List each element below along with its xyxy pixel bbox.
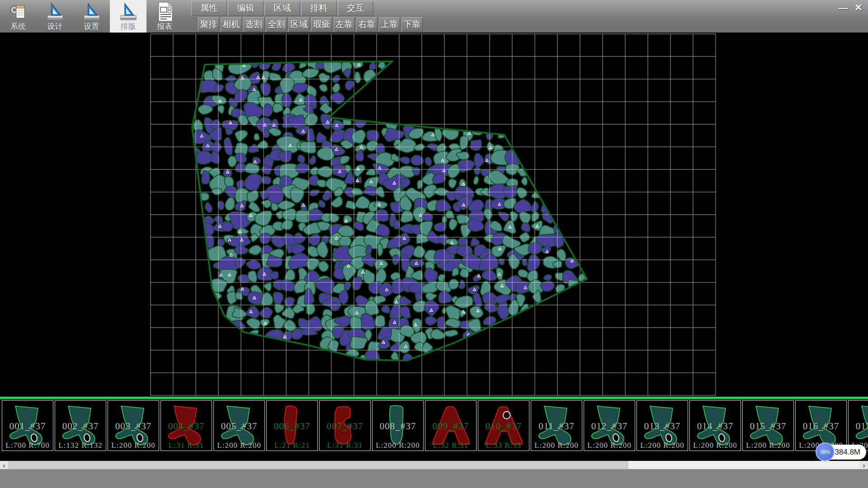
mode-tabs: 系统 设计 设置 排版 报表 xyxy=(0,0,183,33)
piece-thumbnail-013_#37[interactable]: 013_#37 L:200 R:200 xyxy=(637,400,688,451)
piece-id-label: 012_#37 xyxy=(584,421,635,432)
menu-column: 属性编辑区域排料交互 聚排相机选割全割区域瑕疵左靠右靠上靠下靠 xyxy=(191,0,424,33)
piece-id-label: 007_#37 xyxy=(320,421,370,432)
menu-button-交互[interactable]: 交互 xyxy=(338,1,373,16)
piece-thumbnail-010_#37[interactable]: 010_#37 L:33 R:33 xyxy=(478,400,529,451)
piece-thumbnail-001_#37[interactable]: 001_#37 L:700 R:700 xyxy=(2,400,53,451)
piece-thumbnail-007_#37[interactable]: 007_#37 L:31 R:31 xyxy=(319,400,371,451)
toolbar: 系统 设计 设置 排版 报表 属性编辑区域排料交互 聚排相机选割全割区域瑕疵左靠… xyxy=(0,0,868,33)
tool-button-相机[interactable]: 相机 xyxy=(221,17,242,32)
piece-thumbnail-017_#37[interactable]: 017_#37 L:200 R:200 xyxy=(848,400,868,451)
scroll-right-arrow-icon[interactable]: › xyxy=(860,461,868,469)
mode-tab-报表[interactable]: 报表 xyxy=(146,0,183,33)
piece-thumbnail-014_#37[interactable]: 014_#37 L:200 R:200 xyxy=(689,400,741,451)
tool-button-聚排[interactable]: 聚排 xyxy=(198,17,219,32)
piece-thumbnail-006_#37[interactable]: 006_#37 L:21 R:21 xyxy=(266,400,318,451)
piece-id-label: 011_#37 xyxy=(531,421,582,432)
tool-row: 聚排相机选割全割区域瑕疵左靠右靠上靠下靠 xyxy=(198,16,424,33)
menu-button-区域[interactable]: 区域 xyxy=(264,1,300,16)
notepad xyxy=(16,5,24,18)
piece-id-label: 016_#37 xyxy=(796,421,846,432)
nesting-canvas[interactable] xyxy=(0,33,868,397)
piece-lr-count-label: L:200 R:200 xyxy=(743,441,793,450)
status-bar xyxy=(0,469,868,488)
mode-tab-label: 系统 xyxy=(11,22,26,31)
tool-button-选割[interactable]: 选割 xyxy=(243,17,264,32)
mode-tab-排版[interactable]: 排版 xyxy=(110,0,146,33)
memory-size-label: 384.8M xyxy=(835,445,860,460)
piece-id-label: 009_#37 xyxy=(425,421,476,432)
piece-lr-count-label: L:31 R:31 xyxy=(320,441,370,450)
piece-lr-count-label: L:32 R:31 xyxy=(425,441,476,450)
piece-id-label: 003_#37 xyxy=(108,421,159,432)
nesting-ruler-icon xyxy=(118,1,138,22)
piece-lr-count-label: L:200 R:200 xyxy=(637,441,688,450)
piece-id-label: 002_#37 xyxy=(55,421,106,432)
piece-thumbnail-012_#37[interactable]: 012_#37 L:200 R:200 xyxy=(584,400,635,451)
close-button[interactable]: ✕ xyxy=(852,1,865,14)
mode-tab-label: 设置 xyxy=(84,22,99,31)
menu-button-排料[interactable]: 排料 xyxy=(301,1,337,16)
menu-button-属性[interactable]: 属性 xyxy=(191,1,227,16)
tool-button-上靠[interactable]: 上靠 xyxy=(379,17,400,32)
piece-lr-count-label: L:700 R:700 xyxy=(2,441,53,450)
mode-tab-label: 设计 xyxy=(47,22,63,31)
scroll-left-arrow-icon[interactable]: ‹ xyxy=(0,461,8,469)
piece-lr-count-label: L:200 R:200 xyxy=(690,441,741,450)
report-document-icon xyxy=(155,1,175,22)
piece-id-label: 015_#37 xyxy=(743,421,793,432)
scrollbar-thumb[interactable] xyxy=(8,461,628,469)
piece-thumbnail-009_#37[interactable]: 009_#37 L:32 R:31 xyxy=(425,400,476,451)
design-ruler-icon xyxy=(45,1,65,22)
piece-id-label: 010_#37 xyxy=(478,421,529,432)
tool-button-全割[interactable]: 全割 xyxy=(266,17,287,32)
tool-button-区域[interactable]: 区域 xyxy=(288,17,310,32)
piece-id-label: 008_#37 xyxy=(373,421,423,432)
piece-thumbnail-011_#37[interactable]: 011_#37 L:200 R:200 xyxy=(531,400,582,451)
piece-thumbnail-003_#37[interactable]: 003_#37 L:200 R:200 xyxy=(108,400,159,451)
piece-thumbnail-004_#37[interactable]: 004_#37 L:31 R:31 xyxy=(160,400,212,451)
minimize-button[interactable]: — xyxy=(836,1,850,14)
piece-id-label: 017_#37 xyxy=(849,421,868,432)
menu-row: 属性编辑区域排料交互 xyxy=(191,0,424,16)
mode-tab-设置[interactable]: 设置 xyxy=(73,0,110,33)
tool-button-瑕疵[interactable]: 瑕疵 xyxy=(311,17,332,32)
mode-tab-label: 报表 xyxy=(157,22,173,31)
piece-id-label: 014_#37 xyxy=(690,421,741,432)
piece-lr-count-label: L:31 R:31 xyxy=(161,441,212,450)
piece-lr-count-label: L:200 R:200 xyxy=(531,441,582,450)
piece-lr-count-label: L:200 R:200 xyxy=(373,441,423,450)
system-gear-icon xyxy=(8,1,29,22)
piece-thumbnail-strip: 001_#37 L:700 R:700 002_#37 L:132 R:132 … xyxy=(0,399,868,454)
piece-lr-count-label: L:21 R:21 xyxy=(267,441,317,450)
mode-tab-系统[interactable]: 系统 xyxy=(0,0,37,33)
piece-id-label: 005_#37 xyxy=(214,421,264,432)
piece-id-label: 006_#37 xyxy=(267,421,317,432)
piece-thumbnail-015_#37[interactable]: 015_#37 L:200 R:200 xyxy=(742,400,794,451)
piece-lr-count-label: L:200 R:200 xyxy=(584,441,635,450)
mode-tab-设计[interactable]: 设计 xyxy=(37,0,73,33)
piece-thumbnail-005_#37[interactable]: 005_#37 L:200 R:200 xyxy=(213,400,265,451)
mode-tab-label: 排版 xyxy=(121,22,136,31)
horizontal-scrollbar[interactable]: ‹ › xyxy=(0,461,868,469)
menu-button-编辑[interactable]: 编辑 xyxy=(228,1,264,16)
tool-button-左靠[interactable]: 左靠 xyxy=(334,17,355,32)
piece-thumbnail-002_#37[interactable]: 002_#37 L:132 R:132 xyxy=(55,400,106,451)
tool-button-下靠[interactable]: 下靠 xyxy=(401,17,423,32)
hide-nesting-drawing xyxy=(0,33,868,397)
memory-badge: 38% 384.8M xyxy=(816,445,866,460)
piece-lr-count-label: L:33 R:33 xyxy=(478,441,529,450)
piece-thumbnail-008_#37[interactable]: 008_#37 L:200 R:200 xyxy=(372,400,424,451)
piece-lr-count-label: L:200 R:200 xyxy=(108,441,159,450)
piece-id-label: 004_#37 xyxy=(161,421,212,432)
piece-lr-count-label: L:132 R:132 xyxy=(55,441,106,450)
piece-id-label: 013_#37 xyxy=(637,421,688,432)
piece-lr-count-label: L:200 R:200 xyxy=(214,441,264,450)
window-controls: — ✕ xyxy=(836,1,865,14)
tool-button-右靠[interactable]: 右靠 xyxy=(356,17,377,32)
piece-id-label: 001_#37 xyxy=(2,421,53,432)
settings-ruler-icon xyxy=(82,1,102,22)
memory-percent-badge: 38% xyxy=(816,442,835,461)
